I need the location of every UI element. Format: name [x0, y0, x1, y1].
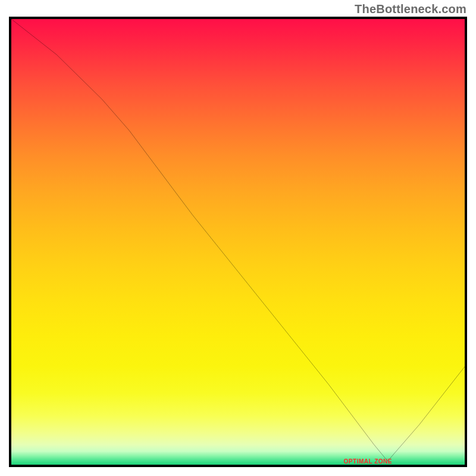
optimal-zone-label: OPTIMAL ZONE	[344, 458, 392, 465]
watermark-text: TheBottleneck.com	[355, 2, 466, 16]
chart-series-curve	[11, 19, 465, 461]
chart-line-layer	[11, 19, 465, 465]
chart-area: OPTIMAL ZONE	[9, 17, 467, 467]
